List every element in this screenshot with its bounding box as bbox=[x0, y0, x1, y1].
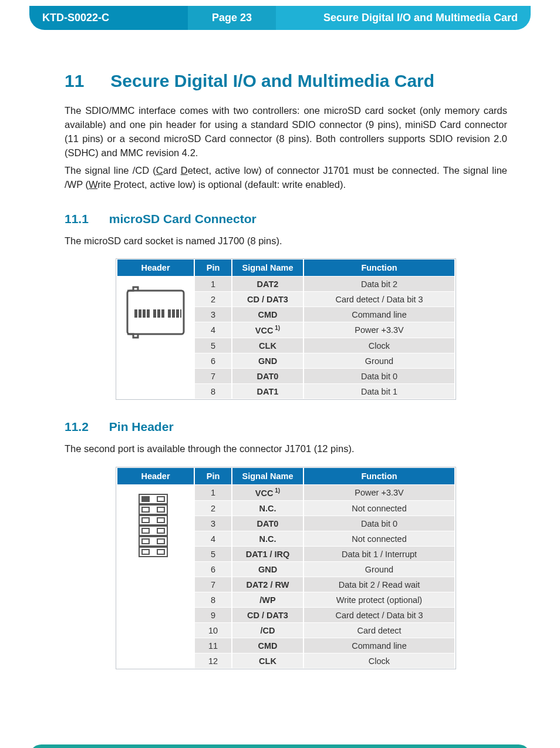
signal-cell: CMD bbox=[232, 638, 303, 653]
svg-rect-20 bbox=[142, 507, 149, 512]
svg-rect-18 bbox=[142, 497, 149, 501]
svg-rect-17 bbox=[139, 547, 167, 557]
function-cell: Card detect bbox=[304, 623, 454, 638]
signal-cell: N.C. bbox=[232, 531, 303, 546]
col-header: Function bbox=[304, 260, 454, 276]
svg-rect-29 bbox=[157, 550, 164, 554]
pin-cell: 8 bbox=[195, 592, 231, 607]
pin-cell: 12 bbox=[195, 653, 231, 668]
signal-cell: DAT1 / IRQ bbox=[232, 547, 303, 561]
function-cell: Data bit 0 bbox=[304, 369, 454, 383]
svg-rect-21 bbox=[157, 507, 164, 512]
underline: W bbox=[89, 179, 97, 190]
section-title: microSD Card Connector bbox=[109, 212, 257, 225]
svg-rect-3 bbox=[143, 309, 146, 318]
pin-cell: 5 bbox=[195, 547, 231, 561]
function-cell: Data bit 0 bbox=[304, 516, 454, 531]
pin-cell: 8 bbox=[195, 384, 231, 399]
doc-code: KTD-S0022-C bbox=[29, 6, 188, 30]
page-body: 11 Secure Digital I/O and Multimedia Car… bbox=[0, 30, 560, 703]
page-number: Page 23 bbox=[188, 6, 276, 30]
col-header: Function bbox=[304, 468, 454, 484]
signal-cell: VCC 1) bbox=[232, 485, 303, 500]
header-connector-cell bbox=[117, 277, 194, 399]
signal-cell: DAT0 bbox=[232, 516, 303, 531]
function-cell: Write protect (optional) bbox=[304, 592, 454, 607]
col-header: Signal Name bbox=[232, 468, 303, 484]
section-11-1-lead: The microSD card socket is named J1700 (… bbox=[65, 234, 507, 248]
pin-cell: 2 bbox=[195, 501, 231, 515]
pin-cell: 3 bbox=[195, 307, 231, 322]
signal-cell: /WP bbox=[232, 592, 303, 607]
microsd-pinout-table: Header Pin Signal Name Function 1DAT2Dat… bbox=[116, 258, 456, 400]
svg-rect-23 bbox=[157, 518, 164, 523]
svg-rect-15 bbox=[139, 526, 167, 535]
signal-cell: CLK bbox=[232, 338, 303, 353]
text: rotect, active low) is optional (default… bbox=[120, 179, 346, 190]
svg-rect-5 bbox=[153, 309, 156, 318]
microsd-connector-icon bbox=[125, 286, 186, 339]
function-cell: Not connected bbox=[304, 501, 454, 515]
function-cell: Command line bbox=[304, 307, 454, 322]
function-cell: Card detect / Data bit 3 bbox=[304, 608, 454, 622]
pin-cell: 11 bbox=[195, 638, 231, 653]
pin-header-icon bbox=[138, 493, 173, 559]
function-cell: Clock bbox=[304, 338, 454, 353]
pin-cell: 1 bbox=[195, 485, 231, 500]
svg-rect-7 bbox=[161, 309, 164, 318]
svg-rect-4 bbox=[147, 309, 150, 318]
function-cell: Data bit 1 / Interrupt bbox=[304, 547, 454, 561]
footnote-ref: 1) bbox=[273, 325, 280, 331]
section-11-2-lead: The second port is available through the… bbox=[65, 442, 507, 456]
underline: C bbox=[156, 165, 163, 176]
signal-cell: CD / DAT3 bbox=[232, 608, 303, 622]
signal-cell: GND bbox=[232, 562, 303, 577]
svg-rect-25 bbox=[157, 528, 164, 533]
svg-rect-19 bbox=[157, 497, 164, 501]
pin-cell: 3 bbox=[195, 516, 231, 531]
function-cell: Not connected bbox=[304, 531, 454, 546]
signal-cell: CLK bbox=[232, 653, 303, 668]
function-cell: Command line bbox=[304, 638, 454, 653]
svg-rect-13 bbox=[139, 505, 167, 514]
svg-rect-8 bbox=[168, 309, 171, 318]
function-cell: Data bit 1 bbox=[304, 384, 454, 399]
page-footer: KTLX800/pITX User's Guide bbox=[29, 744, 531, 748]
pin-cell: 4 bbox=[195, 531, 231, 546]
svg-rect-24 bbox=[142, 528, 149, 533]
svg-rect-10 bbox=[176, 309, 179, 318]
function-cell: Power +3.3V bbox=[304, 485, 454, 500]
col-header: Header bbox=[117, 468, 194, 484]
footnote-ref: 1) bbox=[273, 487, 280, 494]
signal-cell: CMD bbox=[232, 307, 303, 322]
intro-paragraph-1: The SDIO/MMC interface comes with two co… bbox=[65, 104, 507, 160]
chapter-name: Secure Digital I/O and Multimedia Card bbox=[276, 6, 531, 30]
svg-rect-28 bbox=[142, 550, 149, 554]
signal-cell: DAT0 bbox=[232, 369, 303, 383]
svg-rect-26 bbox=[142, 539, 149, 544]
svg-rect-11 bbox=[180, 309, 181, 318]
chapter-number: 11 bbox=[65, 71, 106, 91]
svg-rect-1 bbox=[134, 309, 137, 318]
function-cell: Power +3.3V bbox=[304, 322, 454, 338]
svg-rect-6 bbox=[157, 309, 160, 318]
text: The signal line /CD ( bbox=[65, 165, 156, 176]
svg-rect-27 bbox=[157, 539, 164, 544]
svg-rect-9 bbox=[172, 309, 175, 318]
h1-chapter: 11 Secure Digital I/O and Multimedia Car… bbox=[65, 71, 507, 91]
pin-cell: 6 bbox=[195, 353, 231, 368]
pin-cell: 5 bbox=[195, 338, 231, 353]
col-header: Pin bbox=[195, 260, 231, 276]
section-number: 11.1 bbox=[65, 212, 106, 226]
table-row: 1VCC 1)Power +3.3V bbox=[117, 485, 454, 500]
function-cell: Clock bbox=[304, 653, 454, 668]
underline: P bbox=[114, 179, 120, 190]
col-header: Pin bbox=[195, 468, 231, 484]
text: ard bbox=[163, 165, 181, 176]
pin-cell: 10 bbox=[195, 623, 231, 638]
table-row: 1DAT2Data bit 2 bbox=[117, 277, 454, 291]
pin-cell: 2 bbox=[195, 292, 231, 306]
signal-cell: DAT2 bbox=[232, 277, 303, 291]
h2-section-11-2: 11.2 Pin Header bbox=[65, 420, 507, 434]
function-cell: Card detect / Data bit 3 bbox=[304, 292, 454, 306]
